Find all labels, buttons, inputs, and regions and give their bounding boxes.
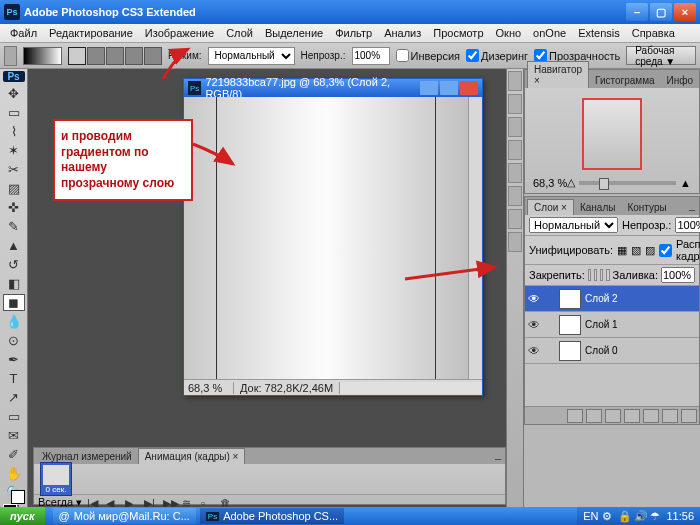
tool-preset-icon[interactable] (4, 46, 17, 66)
start-button[interactable]: пуск (0, 507, 45, 525)
new-layer-button[interactable] (662, 409, 678, 423)
unify-icon[interactable]: ▧ (631, 244, 641, 257)
crop-tool[interactable]: ✂ (3, 161, 25, 178)
menu-filter[interactable]: Фильтр (329, 27, 378, 39)
maximize-button[interactable]: ▢ (650, 3, 672, 21)
gradient-reflected[interactable] (125, 47, 143, 65)
scrollbar-horizontal[interactable] (340, 382, 482, 394)
layer-style-button[interactable] (586, 409, 602, 423)
layers-collapse[interactable]: – (685, 203, 699, 215)
group-button[interactable] (643, 409, 659, 423)
pen-tool[interactable]: ✒ (3, 351, 25, 368)
nav-zoom-out[interactable]: △ (567, 176, 575, 189)
layer-name[interactable]: Слой 1 (585, 319, 618, 330)
tab-channels[interactable]: Каналы (574, 200, 622, 215)
dock-icon[interactable] (508, 186, 522, 206)
marquee-tool[interactable]: ▭ (3, 104, 25, 121)
frame-delay[interactable]: 0 сек. (46, 485, 67, 494)
layer-opacity-input[interactable] (675, 217, 700, 233)
scrollbar-vertical[interactable] (468, 97, 482, 379)
visibility-icon[interactable]: 👁 (525, 318, 543, 332)
dock-icon[interactable] (508, 232, 522, 252)
layer-row[interactable]: 👁 Слой 0 (525, 338, 699, 364)
wand-tool[interactable]: ✶ (3, 142, 25, 159)
mode-select[interactable]: Нормальный (208, 47, 295, 65)
menu-analysis[interactable]: Анализ (378, 27, 427, 39)
visibility-icon[interactable]: 👁 (525, 292, 543, 306)
status-zoom[interactable]: 68,3 % (184, 382, 234, 394)
tab-histogram[interactable]: Гистограмма (589, 73, 661, 88)
menu-file[interactable]: Файл (4, 27, 43, 39)
nav-zoom-slider[interactable] (579, 181, 676, 185)
tray-icon[interactable]: ⚙ (602, 510, 614, 522)
taskbar-item[interactable]: @Мой мир@Mail.Ru: С... (53, 508, 196, 524)
layer-name[interactable]: Слой 0 (585, 345, 618, 356)
unify-icon[interactable]: ▨ (645, 244, 655, 257)
clock[interactable]: 11:56 (666, 510, 694, 522)
doc-close[interactable] (460, 81, 478, 95)
gradient-radial[interactable] (87, 47, 105, 65)
dock-icon[interactable] (508, 94, 522, 114)
tab-navigator[interactable]: Навигатор × (527, 61, 589, 88)
dock-icon[interactable] (508, 209, 522, 229)
brush-tool[interactable]: ✎ (3, 218, 25, 235)
blur-tool[interactable]: 💧 (3, 313, 25, 330)
lock-all-icon[interactable] (606, 269, 609, 281)
navigator-thumbnail[interactable] (582, 98, 642, 170)
lock-position-icon[interactable] (600, 269, 603, 281)
menu-layer[interactable]: Слой (220, 27, 259, 39)
workspace-button[interactable]: Рабочая среда ▼ (626, 46, 696, 65)
invert-checkbox[interactable]: Инверсия (396, 49, 461, 62)
layer-thumb[interactable] (559, 315, 581, 335)
propagate-checkbox[interactable] (659, 244, 672, 257)
tab-animation[interactable]: Анимация (кадры) × (138, 448, 246, 464)
animation-frame-1[interactable]: 0 сек. (40, 462, 72, 496)
document-canvas[interactable] (184, 97, 468, 379)
shape-tool[interactable]: ▭ (3, 408, 25, 425)
path-tool[interactable]: ↗ (3, 389, 25, 406)
tray-icon[interactable]: 🔊 (634, 510, 646, 522)
tab-info[interactable]: Инфо (661, 73, 700, 88)
menu-onone[interactable]: onOne (527, 27, 572, 39)
document-titlebar[interactable]: Ps 7219833bca77.jpg @ 68,3% (Слой 2, RGB… (184, 79, 482, 97)
layer-row[interactable]: 👁 Слой 1 (525, 312, 699, 338)
gradient-linear[interactable] (68, 47, 86, 65)
lock-trans-icon[interactable] (588, 269, 591, 281)
history-brush-tool[interactable]: ↺ (3, 256, 25, 273)
stamp-tool[interactable]: ▲ (3, 237, 25, 254)
menu-select[interactable]: Выделение (259, 27, 329, 39)
gradient-tool[interactable]: ◼ (3, 294, 25, 311)
fill-input[interactable] (661, 267, 695, 283)
adjustment-layer-button[interactable] (624, 409, 640, 423)
heal-tool[interactable]: ✜ (3, 199, 25, 216)
tray-icon[interactable]: ☂ (650, 510, 662, 522)
layer-thumb[interactable] (559, 289, 581, 309)
nav-zoom-value[interactable]: 68,3 % (533, 177, 567, 189)
menu-view[interactable]: Просмотр (427, 27, 489, 39)
minimize-button[interactable]: – (626, 3, 648, 21)
menu-image[interactable]: Изображение (139, 27, 220, 39)
doc-minimize[interactable] (420, 81, 438, 95)
lang-indicator[interactable]: EN (583, 510, 598, 522)
hand-tool[interactable]: ✋ (3, 465, 25, 482)
gradient-diamond[interactable] (144, 47, 162, 65)
dock-icon[interactable] (508, 140, 522, 160)
menu-extensis[interactable]: Extensis (572, 27, 626, 39)
menu-help[interactable]: Справка (626, 27, 681, 39)
unify-icon[interactable]: ▦ (617, 244, 627, 257)
layer-thumb[interactable] (559, 341, 581, 361)
slice-tool[interactable]: ▨ (3, 180, 25, 197)
tab-paths[interactable]: Контуры (621, 200, 672, 215)
lasso-tool[interactable]: ⌇ (3, 123, 25, 140)
menu-window[interactable]: Окно (490, 27, 528, 39)
layer-name[interactable]: Слой 2 (585, 293, 618, 304)
taskbar-item[interactable]: PsAdobe Photoshop CS... (200, 508, 344, 524)
move-tool[interactable]: ✥ (3, 85, 25, 102)
dodge-tool[interactable]: ⊙ (3, 332, 25, 349)
doc-maximize[interactable] (440, 81, 458, 95)
menu-edit[interactable]: Редактирование (43, 27, 139, 39)
anim-collapse[interactable]: – (491, 452, 505, 464)
close-button[interactable]: × (674, 3, 696, 21)
tab-layers[interactable]: Слои × (527, 199, 574, 215)
delete-layer-button[interactable] (681, 409, 697, 423)
